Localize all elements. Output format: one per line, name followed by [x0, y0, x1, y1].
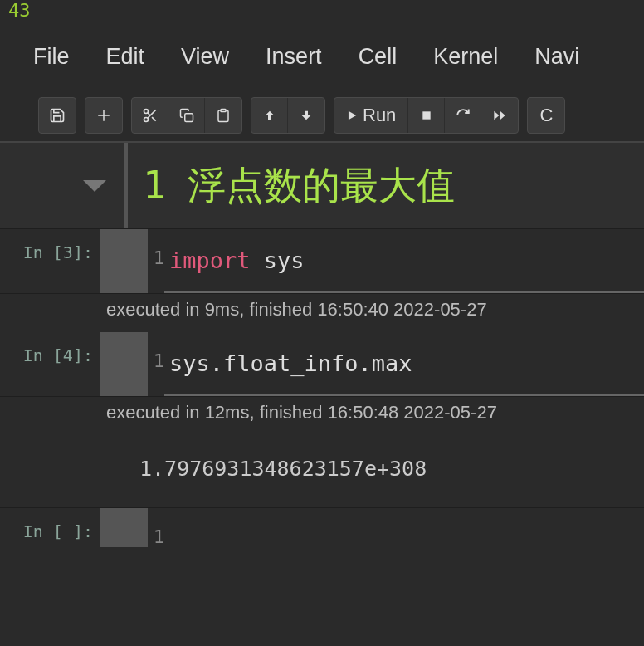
paste-icon [216, 108, 231, 123]
play-icon [346, 110, 358, 121]
cell-gutter [100, 508, 148, 547]
line-number: 1 [148, 332, 164, 396]
heading-divider [124, 143, 128, 228]
menu-bar: File Edit View Insert Cell Kernel Navi [0, 21, 644, 90]
input-prompt: In [4]: [0, 332, 100, 396]
fast-forward-icon [491, 109, 508, 122]
svg-line-4 [147, 113, 149, 115]
scissors-icon [142, 107, 159, 124]
code-cell[interactable]: In [4]: 1 sys.float_info.max executed in… [0, 332, 644, 508]
run-button-label: Run [363, 105, 396, 126]
code-input[interactable] [164, 508, 644, 547]
arrow-down-icon [300, 109, 313, 122]
menu-kernel[interactable]: Kernel [433, 44, 498, 70]
top-number-label: 43 [0, 0, 644, 21]
menu-file[interactable]: File [33, 44, 70, 70]
menu-edit[interactable]: Edit [106, 44, 145, 70]
restart-run-all-button[interactable] [481, 98, 518, 133]
execution-info: executed in 12ms, finished 16:50:48 2022… [106, 397, 497, 432]
restart-button[interactable] [445, 98, 481, 133]
move-up-button[interactable] [251, 98, 288, 133]
cut-button[interactable] [132, 98, 168, 133]
menu-cell[interactable]: Cell [359, 44, 398, 70]
svg-rect-6 [221, 110, 226, 112]
cell-gutter [100, 229, 148, 293]
copy-icon [179, 108, 194, 123]
heading-index: 1 [143, 163, 166, 208]
code-keyword: import [169, 247, 251, 273]
save-icon [49, 107, 66, 124]
line-number: 1 [148, 508, 164, 547]
run-button[interactable]: Run [334, 98, 408, 133]
plus-icon [96, 108, 111, 123]
paste-button[interactable] [205, 98, 242, 133]
svg-rect-5 [184, 114, 193, 122]
arrow-up-icon [263, 109, 276, 122]
stop-icon [421, 110, 432, 121]
menu-view[interactable]: View [181, 44, 229, 70]
add-cell-button[interactable] [85, 98, 122, 133]
toolbar: Run C [0, 90, 644, 143]
svg-point-0 [144, 110, 148, 114]
code-text: sys.float_info.max [169, 350, 412, 376]
cell-gutter [100, 332, 148, 396]
menu-insert[interactable]: Insert [266, 44, 322, 70]
svg-rect-7 [422, 111, 430, 119]
cell-type-label: C [539, 105, 553, 126]
markdown-heading-cell[interactable]: 1 浮点数的最大值 [0, 143, 644, 229]
cell-type-dropdown[interactable]: C [528, 98, 564, 133]
input-prompt: In [3]: [0, 229, 100, 293]
input-prompt: In [ ]: [0, 508, 100, 547]
move-down-button[interactable] [288, 98, 324, 133]
copy-button[interactable] [168, 98, 205, 133]
svg-point-1 [144, 118, 148, 122]
code-input[interactable]: import sys [164, 229, 644, 293]
collapse-toggle-icon[interactable] [83, 180, 106, 192]
execution-info: executed in 9ms, finished 16:50:40 2022-… [106, 294, 487, 329]
cell-output: 1.7976931348623157e+308 [139, 435, 427, 507]
refresh-icon [456, 108, 471, 123]
code-cell[interactable]: In [ ]: 1 [0, 508, 644, 547]
heading-title: 浮点数的最大值 [188, 160, 455, 212]
code-input[interactable]: sys.float_info.max [164, 332, 644, 396]
save-button[interactable] [39, 98, 76, 133]
line-number: 1 [148, 229, 164, 293]
interrupt-button[interactable] [408, 98, 445, 133]
svg-line-3 [152, 117, 156, 121]
code-cell[interactable]: In [3]: 1 import sys executed in 9ms, fi… [0, 229, 644, 332]
menu-navigate[interactable]: Navi [534, 44, 579, 70]
code-text: sys [251, 247, 305, 273]
